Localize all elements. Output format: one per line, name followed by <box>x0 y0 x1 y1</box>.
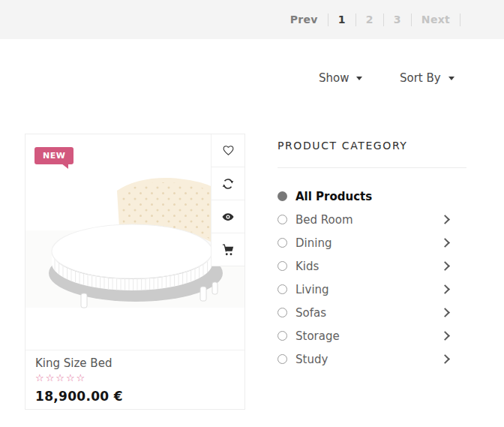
category-label: Storage <box>296 329 340 343</box>
cart-icon <box>221 243 235 257</box>
category-label: Living <box>296 283 329 296</box>
chevron-right-icon <box>440 308 450 317</box>
radio-icon <box>278 354 287 364</box>
divider <box>460 14 460 26</box>
category-item-study[interactable]: Study <box>278 347 466 371</box>
chevron-right-icon <box>440 331 450 341</box>
product-card[interactable]: NEW <box>25 134 245 410</box>
category-label: Study <box>296 353 328 366</box>
pagination-page-1[interactable]: 1 <box>338 14 346 26</box>
category-item-sofas[interactable]: Sofas <box>278 301 466 324</box>
chevron-down-icon <box>448 77 454 80</box>
radio-icon <box>278 215 287 224</box>
quick-view-button[interactable] <box>212 200 244 233</box>
radio-icon <box>278 308 287 317</box>
wishlist-button[interactable] <box>212 134 244 167</box>
sort-by-dropdown-label: Sort By <box>400 71 441 85</box>
category-item-dining[interactable]: Dining <box>278 231 466 254</box>
category-label: Kids <box>296 260 319 273</box>
add-to-cart-button[interactable] <box>212 233 244 266</box>
radio-icon <box>278 261 287 271</box>
product-action-column <box>211 134 244 266</box>
category-label: Bed Room <box>296 213 353 227</box>
sort-by-dropdown[interactable]: Sort By <box>400 71 454 85</box>
pagination-page-2[interactable]: 2 <box>366 14 374 26</box>
heart-icon <box>222 144 235 157</box>
divider <box>356 14 356 26</box>
divider <box>411 14 412 26</box>
chevron-right-icon <box>440 354 450 364</box>
product-price: 18,900.00 € <box>35 389 235 404</box>
eye-icon <box>221 210 235 224</box>
category-panel-title: PRODUCT CATEGORY <box>278 140 466 152</box>
refresh-icon <box>221 177 235 191</box>
pagination-bar: Prev 1 2 3 Next <box>0 0 504 39</box>
chevron-down-icon <box>356 77 362 80</box>
show-dropdown[interactable]: Show <box>319 71 362 85</box>
product-image[interactable]: NEW <box>26 134 244 350</box>
pagination-next[interactable]: Next <box>422 14 450 26</box>
category-item-storage[interactable]: Storage <box>278 324 466 347</box>
category-label: All Products <box>296 190 372 203</box>
compare-button[interactable] <box>212 167 244 200</box>
category-panel: PRODUCT CATEGORY All Products Bed Room D… <box>278 140 466 371</box>
chevron-right-icon <box>440 261 450 271</box>
divider <box>383 14 384 26</box>
radio-icon <box>278 284 287 294</box>
radio-icon <box>278 238 287 248</box>
chevron-right-icon <box>440 284 450 294</box>
product-info: King Size Bed ☆☆☆☆☆ 18,900.00 € <box>26 350 244 410</box>
divider <box>328 14 328 26</box>
pagination: Prev 1 2 3 Next <box>290 14 470 26</box>
chevron-right-icon <box>440 215 450 224</box>
product-rating-stars: ☆☆☆☆☆ <box>35 372 235 383</box>
new-badge: NEW <box>34 147 74 164</box>
category-item-living[interactable]: Living <box>278 278 466 301</box>
category-label: Sofas <box>296 306 326 320</box>
category-item-all-products[interactable]: All Products <box>278 185 466 208</box>
divider <box>278 167 466 168</box>
category-label: Dining <box>296 236 332 250</box>
product-title[interactable]: King Size Bed <box>35 356 235 370</box>
category-item-bed-room[interactable]: Bed Room <box>278 208 466 231</box>
category-item-kids[interactable]: Kids <box>278 254 466 278</box>
pagination-page-3[interactable]: 3 <box>394 14 401 26</box>
show-dropdown-label: Show <box>319 71 349 85</box>
chevron-right-icon <box>440 238 450 248</box>
page: Prev 1 2 3 Next Show Sort By <box>0 0 504 427</box>
pagination-prev[interactable]: Prev <box>290 14 318 26</box>
radio-icon <box>278 331 287 341</box>
radio-selected-icon <box>278 191 287 201</box>
